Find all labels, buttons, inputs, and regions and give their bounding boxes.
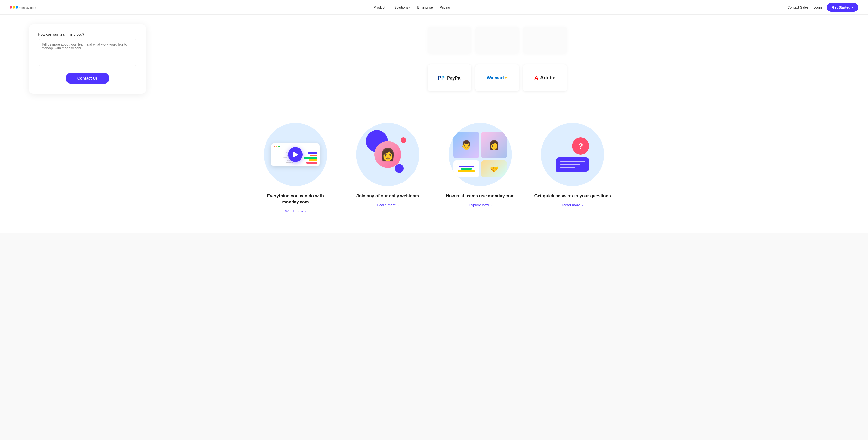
logo-wordmark: monday.com	[19, 4, 36, 10]
arrow-right-icon: ›	[397, 203, 399, 207]
nav-item-pricing[interactable]: Pricing	[440, 5, 450, 9]
adobe-logo-card: A Adobe	[523, 64, 567, 91]
top-section: How can our team help you? Contact Us PP…	[0, 14, 868, 108]
logo-dot-red	[10, 6, 12, 8]
feature-card-watch: Project plan Budget setup Strategy meeti…	[254, 123, 337, 213]
person-avatar-wrap: 👩	[374, 141, 401, 168]
webinar-title: Join any of our daily webinars	[356, 193, 419, 199]
arrow-right-icon: ›	[852, 5, 853, 9]
walmart-logo-card: Walmart✦	[475, 64, 519, 91]
nav-item-product[interactable]: Product ▾	[373, 5, 387, 9]
get-started-button[interactable]: Get Started ›	[827, 3, 858, 12]
teams-title: How real teams use monday.com	[446, 193, 515, 199]
team-photo-3: 🤝	[481, 160, 507, 177]
form-question-label: How can our team help you?	[38, 32, 137, 36]
arrow-right-icon: ›	[582, 203, 583, 207]
chevron-down-icon: ▾	[409, 6, 410, 8]
logo[interactable]: monday.com	[10, 4, 36, 10]
logo-card-faded-1	[428, 27, 471, 54]
team-photo-2: 👩	[481, 131, 507, 158]
contact-sales-link[interactable]: Contact Sales	[787, 5, 808, 9]
deco-dot-pink	[401, 138, 406, 143]
watch-now-link[interactable]: Watch now ›	[285, 209, 306, 213]
paypal-logo: PP PayPal	[438, 75, 462, 81]
bubble-line-3	[560, 167, 575, 168]
bubble-line-1	[560, 161, 585, 162]
logo-dot-blue	[16, 6, 18, 8]
contact-us-button[interactable]: Contact Us	[66, 73, 110, 84]
nav-right: Contact Sales Login Get Started ›	[787, 3, 858, 12]
adobe-wordmark: Adobe	[540, 75, 555, 81]
nav-item-enterprise[interactable]: Enterprise	[417, 5, 433, 9]
features-section: Project plan Budget setup Strategy meeti…	[0, 108, 868, 233]
nav-links: Product ▾ Solutions ▾ Enterprise Pricing	[373, 5, 450, 9]
team-photo-1: 👨	[454, 131, 479, 158]
team-help-textarea[interactable]	[38, 39, 137, 66]
arrow-right-icon: ›	[304, 209, 306, 213]
feature-card-questions: ? Get quick answers to your questions Re…	[531, 123, 614, 213]
explore-now-link[interactable]: Explore now ›	[469, 203, 491, 207]
logo-dots	[10, 6, 18, 8]
read-more-link[interactable]: Read more ›	[562, 203, 583, 207]
paypal-logo-card: PP PayPal	[428, 64, 471, 91]
bubble-line-2	[560, 164, 580, 165]
chat-bubbles: ?	[556, 138, 589, 172]
feature-circle-watch: Project plan Budget setup Strategy meeti…	[264, 123, 327, 186]
question-bubble: ?	[572, 138, 589, 154]
partner-logos-section: PP PayPal Walmart✦ A Adobe	[156, 24, 839, 94]
webinar-circle-inner: 👩	[356, 123, 420, 186]
chevron-down-icon: ▾	[386, 6, 388, 8]
logo-card-faded-2	[475, 27, 519, 54]
page-content: How can our team help you? Contact Us PP…	[0, 0, 868, 233]
feature-card-webinar: 👩 Join any of our daily webinars Learn m…	[346, 123, 429, 213]
adobe-logo: A Adobe	[534, 75, 555, 81]
logo-card-faded-3	[523, 27, 567, 54]
play-icon	[293, 152, 298, 157]
feature-circle-teams: 👨 👩 🤝	[448, 123, 512, 186]
play-overlay[interactable]	[264, 123, 327, 186]
answer-bubble	[556, 157, 589, 172]
login-link[interactable]: Login	[813, 5, 822, 9]
learn-more-link[interactable]: Learn more ›	[377, 203, 398, 207]
questions-title: Get quick answers to your questions	[534, 193, 611, 199]
feature-circle-questions: ?	[541, 123, 604, 186]
person-avatar: 👩	[374, 141, 401, 168]
nav-item-solutions[interactable]: Solutions ▾	[394, 5, 411, 9]
team-chart	[454, 160, 479, 177]
arrow-right-icon: ›	[490, 203, 492, 207]
logo-dot-yellow	[13, 6, 15, 8]
person-icon: 👩	[380, 147, 395, 162]
watch-title: Everything you can do with monday.com	[254, 193, 337, 205]
feature-circle-webinar: 👩	[356, 123, 420, 186]
navigation: monday.com Product ▾ Solutions ▾ Enterpr…	[0, 0, 868, 14]
contact-form-card: How can our team help you? Contact Us	[29, 24, 146, 94]
walmart-logo: Walmart✦	[487, 75, 507, 81]
play-button[interactable]	[288, 147, 303, 162]
feature-card-teams: 👨 👩 🤝 How real teams use monday.com Expl…	[439, 123, 522, 213]
